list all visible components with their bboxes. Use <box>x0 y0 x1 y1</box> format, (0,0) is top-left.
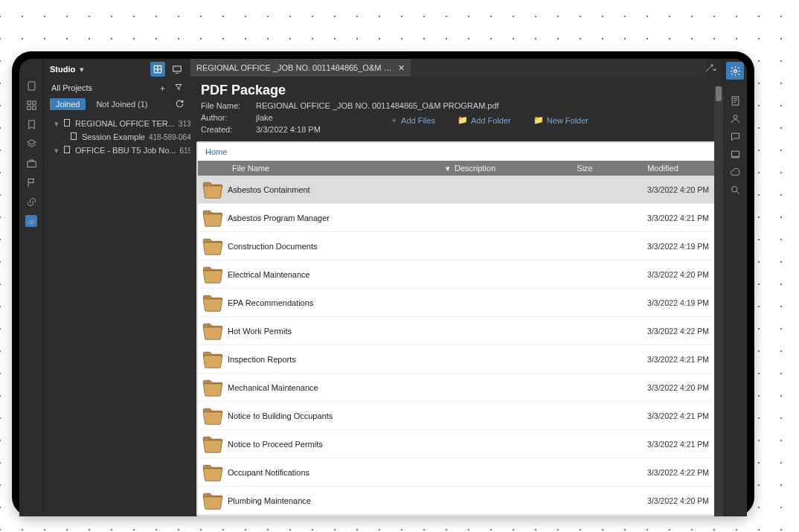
folder-row[interactable]: Mechanical Maintenance3/3/2022 4:20 PM <box>198 374 715 402</box>
document-tab[interactable]: REGIONAL OFFICE _JOB NO. 0011484865_O&M … <box>190 59 411 77</box>
refresh-icon[interactable] <box>175 99 184 110</box>
comment-icon[interactable] <box>729 130 741 142</box>
row-name: Asbestos Containment <box>228 185 449 194</box>
row-modified: 3/3/2022 4:21 PM <box>605 214 715 222</box>
tree-item[interactable]: ▾OFFICE - BBU T5 Job No...619-147-376 <box>47 144 187 157</box>
sort-icon[interactable]: ▾ <box>446 164 450 173</box>
folder-icon <box>198 406 228 426</box>
package-title: PDF Package <box>201 83 712 98</box>
col-filename[interactable]: File Name▾ <box>228 164 455 173</box>
col-size[interactable]: Size <box>559 164 611 173</box>
meta-filename-label: File Name: <box>201 101 246 110</box>
row-name: Notice to Building Occupants <box>228 411 449 420</box>
folder-icon <box>198 435 228 454</box>
tab-joined[interactable]: Joined <box>50 98 86 110</box>
svg-rect-8 <box>173 66 182 71</box>
folder-row[interactable]: Notice to Building Occupants3/3/2022 4:2… <box>198 402 715 430</box>
row-name: Plumbing Maintenance <box>228 496 449 505</box>
folder-icon <box>198 293 228 313</box>
folder-row[interactable]: Notice to Proceed Permits3/3/2022 4:21 P… <box>198 430 715 458</box>
folder-new-icon: 📁 <box>533 115 544 125</box>
folder-row[interactable]: Asbestos Program Manager3/3/2022 4:21 PM <box>198 204 715 232</box>
row-modified: 3/3/2022 4:19 PM <box>605 298 715 307</box>
svg-point-12 <box>734 69 737 72</box>
filter-icon[interactable] <box>174 83 183 94</box>
svg-rect-5 <box>27 161 35 167</box>
file-icon[interactable] <box>25 80 37 92</box>
row-name: Mechanical Maintenance <box>228 383 449 392</box>
svg-rect-1 <box>27 100 30 103</box>
add-project-icon[interactable]: ＋ <box>158 83 167 94</box>
tree-label: Session Example <box>82 132 145 141</box>
svg-rect-11 <box>65 147 70 153</box>
folder-icon <box>198 321 228 341</box>
row-name: Inspection Reports <box>228 355 449 364</box>
view-monitor-icon[interactable] <box>170 62 184 77</box>
folder-row[interactable]: Occupant Notifications3/3/2022 4:22 PM <box>198 458 715 487</box>
folder-icon <box>198 350 228 369</box>
add-files-button[interactable]: ＋Add Files <box>390 115 435 126</box>
vertical-scrollbar[interactable] <box>714 86 723 516</box>
row-modified: 3/3/2022 4:19 PM <box>605 242 715 251</box>
tree-id: 418-589-064 <box>149 133 191 141</box>
layers-icon[interactable] <box>25 138 37 150</box>
wand-icon[interactable] <box>703 62 715 74</box>
gear-icon[interactable] <box>726 62 744 80</box>
meta-created: 3/3/2022 4:18 PM <box>256 125 321 134</box>
search-icon[interactable] <box>729 184 741 196</box>
folder-row[interactable]: Inspection Reports3/3/2022 4:21 PM <box>198 345 715 374</box>
grid-icon[interactable] <box>25 99 37 111</box>
studio-icon[interactable] <box>25 215 37 227</box>
tree-label: REGIONAL OFFICE TER... <box>75 119 175 128</box>
folder-row[interactable]: Asbestos Containment3/3/2022 4:20 PM <box>198 176 715 204</box>
row-modified: 3/3/2022 4:20 PM <box>605 185 715 194</box>
col-description[interactable]: Description <box>455 164 559 173</box>
flag-icon[interactable] <box>25 176 37 188</box>
project-tree: ▾REGIONAL OFFICE TER...313-534-225Sessio… <box>44 112 190 161</box>
tab-label: REGIONAL OFFICE _JOB NO. 0011484865_O&M … <box>196 63 392 72</box>
col-modified[interactable]: Modified <box>611 164 715 173</box>
tree-item[interactable]: Session Example418-589-064 <box>47 130 187 144</box>
tab-notjoined[interactable]: Not Joined (1) <box>96 100 147 109</box>
folder-icon <box>198 237 228 256</box>
chevron-icon: ▾ <box>54 119 59 129</box>
row-modified: 3/3/2022 4:20 PM <box>605 270 715 279</box>
svg-rect-13 <box>732 96 739 104</box>
folder-row[interactable]: EPA Recommendations3/3/2022 4:19 PM <box>198 289 715 317</box>
properties-icon[interactable] <box>729 94 741 106</box>
meta-author: jlake <box>256 113 273 122</box>
close-icon[interactable]: ✕ <box>398 63 405 73</box>
folder-icon <box>198 180 228 199</box>
stamp-icon[interactable] <box>729 148 741 160</box>
folder-plus-icon: 📁 <box>458 115 468 125</box>
row-name: EPA Recommendations <box>228 298 449 307</box>
studio-label[interactable]: Studio <box>50 65 75 74</box>
user-icon[interactable] <box>729 112 741 124</box>
folder-row[interactable]: Plumbing Maintenance3/3/2022 4:20 PM <box>198 487 715 515</box>
svg-point-6 <box>31 222 33 224</box>
chevron-down-icon[interactable]: ▾ <box>80 65 84 74</box>
svg-point-14 <box>734 115 737 118</box>
tabbar-trail <box>411 59 706 77</box>
tree-item[interactable]: ▾REGIONAL OFFICE TER...313-534-225 <box>47 117 187 130</box>
panel-heading: All Projects <box>51 83 92 92</box>
listing-card: Home File Name▾ Description Size Modifie… <box>196 141 716 516</box>
link-icon[interactable] <box>25 196 37 208</box>
breadcrumb-home[interactable]: Home <box>205 147 227 156</box>
cloud-icon[interactable] <box>729 166 741 178</box>
folder-row[interactable]: Construction Documents3/3/2022 4:19 PM <box>198 232 715 260</box>
right-iconbar <box>722 59 747 516</box>
bookmark-icon[interactable] <box>25 118 37 130</box>
add-folder-button[interactable]: 📁Add Folder <box>458 115 511 126</box>
row-name: Asbestos Program Manager <box>228 214 449 222</box>
row-name: Notice to Proceed Permits <box>228 440 449 449</box>
row-name: Construction Documents <box>228 242 449 251</box>
listing-header: File Name▾ Description Size Modified <box>198 161 715 176</box>
folder-row[interactable]: Electrical Maintenance3/3/2022 4:20 PM <box>198 260 715 289</box>
tree-label: OFFICE - BBU T5 Job No... <box>75 146 176 155</box>
briefcase-icon[interactable] <box>25 157 37 169</box>
folder-row[interactable]: Hot Work Permits3/3/2022 4:22 PM <box>198 317 715 345</box>
svg-rect-2 <box>32 100 35 103</box>
view-grid-icon[interactable] <box>150 62 165 77</box>
new-folder-button[interactable]: 📁New Folder <box>533 115 588 126</box>
